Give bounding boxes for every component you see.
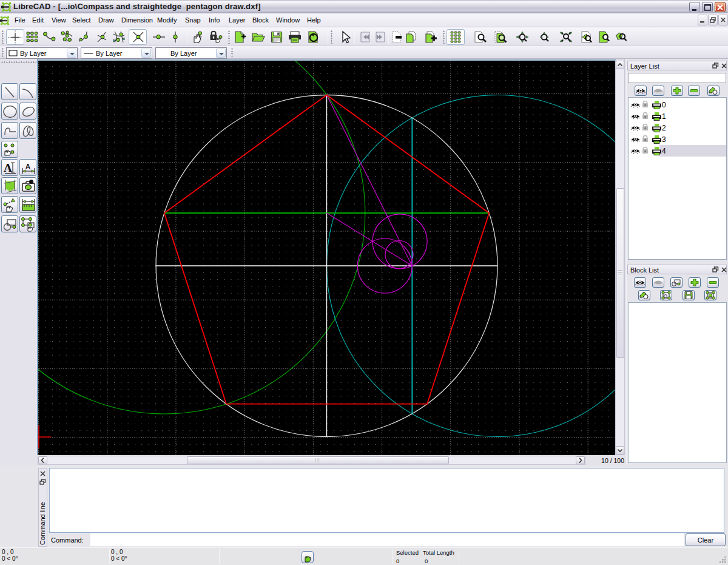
- svg-text:1: 1: [662, 112, 666, 121]
- svg-text:3: 3: [662, 135, 666, 144]
- svg-text:4: 4: [662, 147, 666, 155]
- svg-text:A: A: [4, 161, 12, 174]
- svg-text:0: 0: [662, 101, 666, 109]
- svg-text:A: A: [25, 163, 30, 170]
- svg-text:2: 2: [662, 124, 666, 132]
